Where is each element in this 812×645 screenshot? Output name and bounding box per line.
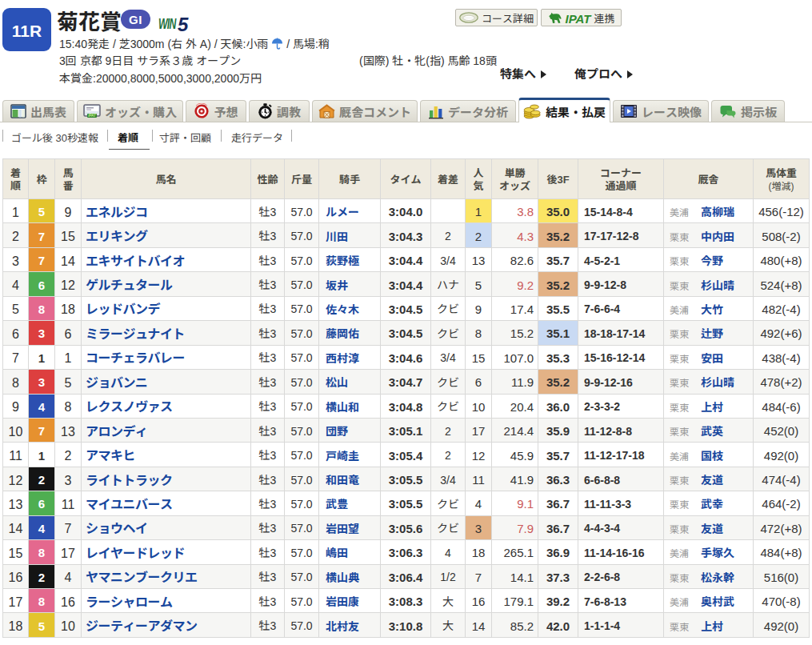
- svg-text:IPAT: IPAT: [88, 113, 97, 118]
